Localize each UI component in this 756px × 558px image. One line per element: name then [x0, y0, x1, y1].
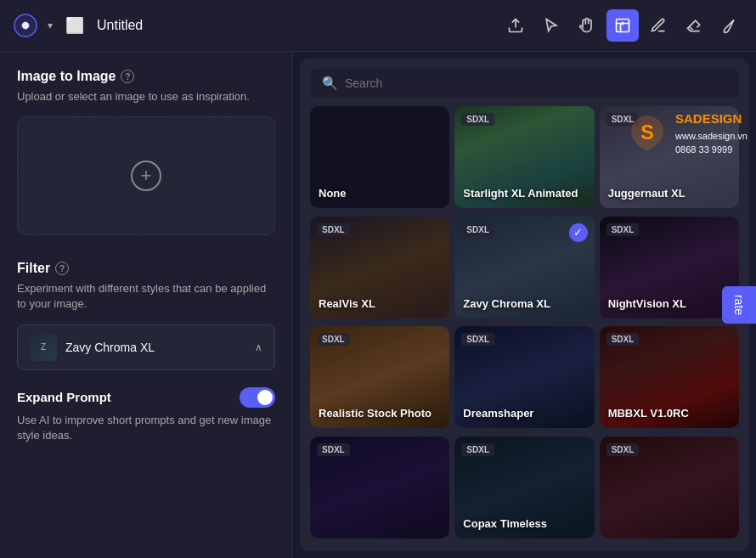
model-card-copax[interactable]: SDXLCopax Timeless: [454, 437, 594, 538]
model-card-dreamshaper[interactable]: SDXLDreamshaper: [454, 326, 594, 428]
toolbar-actions: [499, 9, 746, 42]
model-card-zavy[interactable]: SDXL✓Zavy Chroma XL: [454, 217, 594, 318]
filter-thumb: Z: [30, 334, 57, 361]
filter-desc: Experiment with different styles that ca…: [17, 281, 275, 312]
expand-prompt-title: Expand Prompt: [17, 390, 111, 404]
app-logo[interactable]: [10, 10, 41, 41]
model-badge-nightvision: SDXL: [606, 223, 640, 236]
model-card-label-dreamshaper: Dreamshaper: [463, 407, 533, 421]
model-card-label-starlight: Starlight XL Animated: [463, 187, 578, 201]
filter-title: Filter: [17, 261, 50, 276]
watermark-phone: 0868 33 9999: [675, 143, 748, 157]
eraser-button[interactable]: [678, 9, 710, 42]
model-badge-starlight: SDXL: [461, 113, 494, 126]
export-button[interactable]: [499, 9, 532, 42]
filter-dropdown[interactable]: Z Zavy Chroma XL ∧: [17, 324, 275, 370]
model-card-label-nightvision: NightVision XL: [608, 297, 686, 312]
main-area: Image to Image ? Upload or select an ima…: [0, 52, 756, 558]
models-grid: NoneSDXLStarlight XL AnimatedSDXLJuggern…: [310, 106, 739, 541]
model-card-bottom1[interactable]: SDXL: [310, 437, 449, 538]
expand-prompt-desc: Use AI to improve short prompts and get …: [17, 413, 275, 443]
watermark-text: SADESIGN www.sadesign.vn 0868 33 9999: [675, 110, 748, 157]
model-badge-zavy: SDXL: [461, 223, 494, 236]
svg-text:S: S: [640, 121, 654, 143]
sidebar-toggle-button[interactable]: ⬜: [59, 10, 90, 41]
watermark-website: www.sadesign.vn: [675, 129, 748, 144]
model-badge-realvis: SDXL: [317, 223, 350, 236]
model-card-label-realvis: RealVis XL: [319, 297, 375, 312]
model-selected-check-zavy: ✓: [569, 223, 588, 242]
filter-section: Filter ? Experiment with different style…: [17, 261, 275, 369]
image-to-image-desc: Upload or select an image to use as insp…: [17, 89, 275, 104]
model-card-bottom3[interactable]: SDXL: [600, 437, 739, 538]
model-card-mbbxl[interactable]: SDXLMBBXL V1.0RC: [600, 326, 739, 428]
model-badge-bottom3: SDXL: [606, 443, 640, 456]
filter-selected-label: Zavy Chroma XL: [65, 341, 246, 354]
filter-chevron-icon: ∧: [255, 341, 262, 353]
hand-button[interactable]: [571, 9, 603, 42]
right-panel: S SADESIGN www.sadesign.vn 0868 33 9999 …: [293, 52, 756, 558]
image-to-image-help-icon[interactable]: ?: [121, 70, 134, 83]
model-card-realistic[interactable]: SDXLRealistic Stock Photo: [310, 326, 449, 428]
search-icon: 🔍: [322, 76, 338, 91]
model-badge-mbbxl: SDXL: [606, 333, 640, 346]
model-card-starlight[interactable]: SDXLStarlight XL Animated: [454, 106, 594, 208]
toolbar: ▾ ⬜ Untitled: [0, 0, 756, 52]
watermark: S SADESIGN www.sadesign.vn 0868 33 9999: [626, 110, 748, 157]
model-card-label-juggernaut: Juggernaut XL: [608, 187, 685, 201]
model-card-none[interactable]: None: [310, 106, 449, 208]
watermark-brand: SADESIGN: [675, 110, 748, 129]
image-to-image-title: Image to Image: [17, 69, 116, 84]
pen-button[interactable]: [642, 9, 674, 42]
image-to-image-section: Image to Image ?: [17, 69, 275, 84]
filter-help-icon[interactable]: ?: [55, 262, 69, 275]
filter-thumb-img: Z: [30, 334, 57, 361]
left-panel: Image to Image ? Upload or select an ima…: [0, 52, 293, 558]
model-card-label-zavy: Zavy Chroma XL: [463, 297, 550, 312]
document-title: Untitled: [97, 18, 493, 33]
model-badge-copax: SDXL: [461, 443, 494, 456]
expand-prompt-toggle[interactable]: [240, 387, 275, 408]
model-card-label-realistic: Realistic Stock Photo: [319, 407, 432, 421]
toggle-knob: [257, 390, 273, 405]
more-button[interactable]: rate: [722, 286, 756, 324]
upload-plus-icon: +: [131, 161, 161, 191]
model-card-realvis[interactable]: SDXLRealVis XL: [310, 217, 449, 318]
image-gen-button[interactable]: [606, 9, 639, 42]
model-badge-dreamshaper: SDXL: [461, 333, 494, 346]
logo-chevron[interactable]: ▾: [48, 20, 53, 31]
model-card-label-copax: Copax Timeless: [463, 517, 547, 532]
brush-button[interactable]: [714, 9, 746, 42]
pointer-button[interactable]: [535, 9, 567, 42]
model-card-label-mbbxl: MBBXL V1.0RC: [608, 407, 689, 421]
svg-point-1: [22, 22, 29, 29]
model-badge-realistic: SDXL: [317, 333, 350, 346]
upload-area[interactable]: +: [17, 116, 275, 235]
expand-prompt-section: Expand Prompt Use AI to improve short pr…: [17, 387, 275, 443]
search-input[interactable]: [345, 76, 727, 90]
model-card-nightvision[interactable]: SDXLNightVision XL: [600, 217, 739, 318]
search-bar: 🔍: [310, 69, 739, 98]
model-badge-bottom1: SDXL: [317, 443, 350, 456]
model-card-label-none: None: [319, 187, 347, 201]
